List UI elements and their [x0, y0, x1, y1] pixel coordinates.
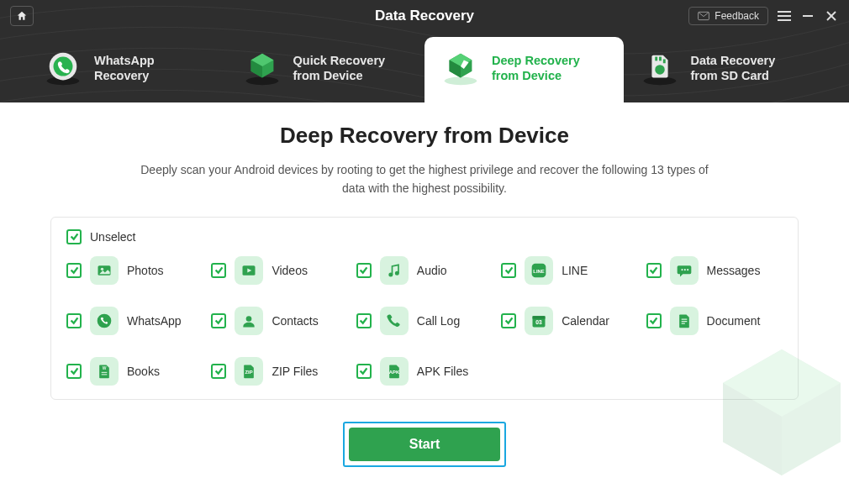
check-icon — [359, 265, 368, 275]
item-label: Contacts — [272, 314, 318, 328]
app-title: Data Recovery — [375, 8, 474, 24]
tab-quick-recovery[interactable]: Quick Recovery from Device — [226, 37, 425, 102]
check-icon — [214, 366, 224, 375]
checkbox[interactable] — [66, 263, 82, 278]
svg-rect-15 — [662, 59, 665, 63]
check-icon — [214, 316, 224, 325]
svg-text:APK: APK — [389, 369, 400, 374]
check-icon — [70, 232, 79, 241]
svg-point-26 — [687, 269, 688, 270]
checkbox[interactable] — [501, 313, 516, 328]
checkbox[interactable] — [211, 313, 226, 328]
svg-point-16 — [655, 65, 665, 75]
svg-rect-30 — [533, 316, 546, 318]
checkbox[interactable] — [356, 364, 372, 379]
audio-icon — [380, 256, 409, 285]
data-type-grid: Photos Videos Audio LINE LINE Messages — [66, 256, 783, 386]
svg-point-25 — [683, 269, 685, 270]
data-type-panel: Unselect Photos Videos Audio LINE — [50, 217, 799, 400]
item-apk[interactable]: APK APK Files — [356, 357, 493, 386]
main-content: Deep Recovery from Device Deeply scan yo… — [0, 102, 849, 467]
checkbox[interactable] — [646, 263, 662, 278]
item-document[interactable]: Document — [646, 307, 783, 335]
svg-point-12 — [643, 77, 675, 86]
item-audio[interactable]: Audio — [356, 256, 493, 285]
title-bar: Data Recovery Feedback — [0, 0, 849, 32]
item-label: Calendar — [562, 314, 609, 328]
tab-label: from SD Card — [691, 68, 776, 83]
item-messages[interactable]: Messages — [646, 256, 783, 285]
check-icon — [214, 265, 224, 275]
item-label: Messages — [707, 264, 761, 277]
checkbox[interactable] — [356, 263, 372, 278]
tab-deep-recovery[interactable]: Deep Recovery from Device — [424, 37, 624, 102]
apk-icon: APK — [380, 357, 409, 386]
checkbox[interactable] — [646, 313, 662, 328]
check-icon — [504, 316, 514, 325]
item-label: Books — [127, 365, 160, 378]
line-icon: LINE — [525, 256, 553, 285]
tab-label: WhatsApp — [94, 53, 155, 68]
minimize-button[interactable] — [800, 8, 815, 24]
menu-button[interactable] — [777, 8, 792, 24]
item-calllog[interactable]: Call Log — [356, 307, 493, 335]
item-label: Call Log — [417, 314, 460, 328]
close-button[interactable] — [824, 8, 839, 24]
whatsapp-tab-icon — [44, 49, 82, 87]
item-calendar[interactable]: 03 Calendar — [501, 307, 637, 335]
check-icon — [70, 265, 79, 275]
books-icon: W — [90, 357, 119, 386]
svg-point-18 — [101, 267, 103, 270]
item-videos[interactable]: Videos — [211, 256, 347, 285]
svg-rect-37 — [102, 374, 108, 375]
item-label: ZIP Files — [272, 365, 318, 378]
app-header: Data Recovery Feedback WhatsApp — [0, 0, 849, 102]
item-label: Document — [707, 314, 761, 328]
tab-label: Quick Recovery — [293, 53, 386, 68]
svg-text:ZIP: ZIP — [245, 369, 253, 374]
hamburger-icon — [778, 10, 791, 22]
checkbox[interactable] — [66, 313, 82, 328]
item-zip[interactable]: ZIP ZIP Files — [211, 357, 347, 386]
close-icon — [825, 10, 837, 22]
quick-tab-icon — [243, 49, 282, 87]
start-button[interactable]: Start — [349, 428, 500, 461]
photos-icon — [90, 256, 119, 285]
videos-icon — [235, 256, 263, 285]
tab-whatsapp-recovery[interactable]: WhatsApp Recovery — [27, 37, 226, 102]
checkbox[interactable] — [211, 263, 226, 278]
tab-sd-recovery[interactable]: Data Recovery from SD Card — [624, 37, 823, 102]
checkbox[interactable] — [356, 313, 372, 328]
select-all-checkbox[interactable] — [66, 229, 82, 244]
item-label: Videos — [272, 264, 308, 277]
svg-point-9 — [54, 57, 73, 76]
item-whatsapp[interactable]: WhatsApp — [66, 307, 203, 335]
checkbox[interactable] — [501, 263, 516, 278]
item-label: APK Files — [417, 365, 468, 378]
sd-tab-icon — [641, 49, 679, 87]
contacts-icon — [235, 307, 263, 335]
svg-rect-13 — [655, 57, 657, 61]
item-photos[interactable]: Photos — [66, 256, 203, 285]
item-label: WhatsApp — [127, 314, 182, 328]
home-button[interactable] — [10, 6, 34, 26]
check-icon — [70, 366, 79, 375]
checkbox[interactable] — [66, 364, 82, 379]
item-books[interactable]: W Books — [66, 357, 203, 386]
svg-point-24 — [681, 269, 683, 270]
tab-label: from Device — [492, 68, 580, 83]
item-line[interactable]: LINE LINE — [501, 256, 637, 285]
item-contacts[interactable]: Contacts — [211, 307, 347, 335]
svg-text:LINE: LINE — [534, 268, 545, 273]
checkbox[interactable] — [211, 364, 226, 379]
messages-icon — [670, 256, 699, 285]
svg-point-28 — [246, 316, 252, 322]
home-icon — [16, 10, 28, 22]
tab-label: Data Recovery — [691, 53, 776, 68]
feedback-button[interactable]: Feedback — [688, 7, 768, 25]
svg-rect-33 — [681, 321, 687, 322]
minimize-icon — [802, 10, 814, 22]
document-icon — [670, 307, 699, 335]
start-button-focus-ring: Start — [343, 422, 506, 467]
select-all-label: Unselect — [90, 230, 135, 244]
